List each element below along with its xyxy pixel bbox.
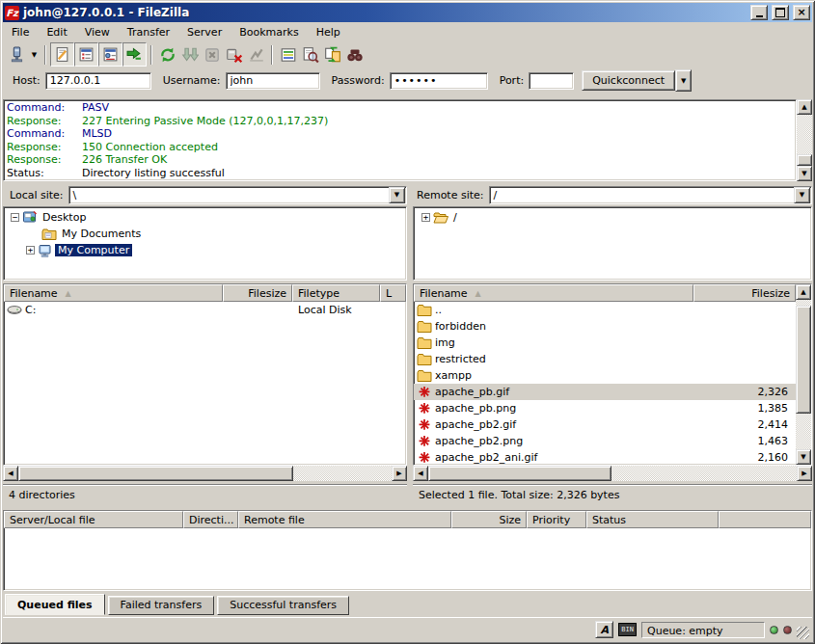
ascii-transfer-type-icon[interactable]: A (595, 621, 613, 638)
column-header-filetype[interactable]: Filetype (292, 284, 380, 302)
resize-grip[interactable] (797, 627, 809, 639)
remote-list-hscrollbar[interactable]: ◀ ▶ (413, 466, 812, 481)
menu-file[interactable]: File (3, 24, 38, 40)
menu-help[interactable]: Help (308, 24, 349, 40)
column-header-filesize[interactable]: Filesize (693, 284, 796, 302)
minimize-button[interactable] (750, 5, 768, 20)
sort-ascending-icon: ▲ (475, 289, 481, 298)
find-files-button[interactable] (343, 43, 366, 66)
column-header-server-local-file[interactable]: Server/Local file (4, 511, 183, 528)
collapse-icon[interactable]: − (11, 213, 19, 222)
file-row[interactable]: img (414, 335, 796, 351)
tab-successful-transfers[interactable]: Successful transfers (217, 596, 349, 615)
toggle-local-tree-button[interactable] (74, 42, 98, 67)
column-header-filename[interactable]: Filename▲ (414, 284, 693, 302)
remote-list-scrollbar[interactable]: ▲ ▼ (796, 284, 811, 465)
scroll-thumb[interactable] (18, 466, 293, 481)
local-site-row: Local site: \ ▼ (3, 185, 407, 204)
expand-icon[interactable]: + (26, 246, 35, 255)
port-label: Port: (500, 74, 525, 87)
column-header-priority[interactable]: Priority (527, 511, 586, 528)
column-header-last-modified[interactable]: L (380, 284, 406, 302)
port-input[interactable] (529, 72, 574, 90)
synchronized-browsing-button[interactable] (321, 43, 343, 66)
documents-folder-icon (41, 227, 57, 242)
password-input[interactable] (390, 72, 488, 90)
scroll-up-icon[interactable]: ▲ (796, 284, 811, 300)
local-site-label: Local site: (10, 189, 64, 201)
menu-server[interactable]: Server (178, 24, 231, 40)
message-log: Command:PASV Response:227 Entering Passi… (3, 99, 797, 181)
file-row[interactable]: xampp (414, 367, 796, 384)
scroll-down-icon[interactable]: ▼ (797, 166, 812, 181)
column-header-direction[interactable]: Directi... (183, 511, 238, 528)
scroll-left-icon[interactable]: ◀ (413, 466, 428, 481)
scroll-thumb[interactable] (797, 154, 812, 166)
file-row[interactable]: apache_pb2_ani.gif2,160 (414, 449, 796, 466)
scroll-right-icon[interactable]: ▶ (392, 466, 407, 481)
binary-transfer-type-icon[interactable]: BIN (618, 623, 637, 636)
column-header-status[interactable]: Status (586, 511, 719, 528)
tree-item-desktop[interactable]: − Desktop (4, 209, 406, 226)
reconnect-button[interactable] (245, 43, 267, 66)
file-row[interactable]: apache_pb.png1,385 (414, 400, 796, 416)
refresh-button[interactable] (156, 43, 178, 66)
remote-site-row: Remote site: / ▼ (413, 185, 812, 204)
host-input[interactable] (45, 72, 151, 90)
log-scrollbar[interactable]: ▲ ▼ (797, 99, 812, 181)
filetype-cell: Local Disk (292, 304, 380, 316)
directory-comparison-button[interactable] (299, 43, 321, 66)
tree-item-my-documents[interactable]: My Documents (4, 226, 406, 242)
tree-item-root[interactable]: + / (414, 209, 811, 226)
file-row[interactable]: forbidden (414, 318, 796, 335)
file-row-local-disk[interactable]: C: Local Disk (4, 302, 406, 318)
column-header-filesize[interactable]: Filesize (223, 284, 292, 302)
site-manager-icon (9, 46, 25, 63)
file-row[interactable]: apache_pb2.png1,463 (414, 433, 796, 449)
toggle-transfer-queue-button[interactable] (122, 42, 147, 67)
local-site-combobox[interactable]: \ ▼ (68, 186, 407, 204)
chevron-down-icon[interactable]: ▼ (389, 187, 405, 203)
column-header-remote-file[interactable]: Remote file (238, 511, 451, 528)
column-header-filename[interactable]: Filename▲ (4, 284, 223, 302)
tab-failed-transfers[interactable]: Failed transfers (108, 596, 215, 615)
selected-tree-item-label: My Computer (55, 244, 132, 256)
remote-site-combobox[interactable]: / ▼ (489, 186, 812, 204)
menu-view[interactable]: View (76, 24, 119, 40)
file-row[interactable]: .. (414, 302, 796, 318)
scroll-thumb[interactable] (428, 466, 611, 481)
remote-site-label: Remote site: (417, 189, 484, 201)
disconnect-button[interactable] (223, 43, 245, 66)
file-row[interactable]: apache_pb2.gif2,414 (414, 416, 796, 433)
activity-led-green-icon (770, 626, 778, 634)
expand-icon[interactable]: + (421, 213, 430, 222)
maximize-button[interactable] (772, 5, 789, 20)
toggle-message-log-button[interactable] (50, 42, 74, 67)
cancel-operation-button[interactable] (201, 43, 223, 66)
column-header-size[interactable]: Size (451, 511, 527, 528)
site-manager-button[interactable] (6, 43, 28, 66)
toggle-remote-tree-button[interactable] (98, 42, 122, 67)
menu-transfer[interactable]: Transfer (119, 24, 178, 40)
quickconnect-dropdown[interactable]: ▼ (675, 69, 692, 92)
chevron-down-icon[interactable]: ▼ (794, 187, 810, 203)
quickconnect-button[interactable]: Quickconnect (582, 70, 675, 91)
file-row-selected[interactable]: apache_pb.gif2,326 (414, 384, 796, 400)
directory-filters-button[interactable] (277, 43, 299, 66)
scroll-thumb[interactable] (796, 306, 811, 414)
menu-edit[interactable]: Edit (38, 24, 75, 40)
scroll-down-icon[interactable]: ▼ (796, 449, 811, 465)
tab-queued-files[interactable]: Queued files (5, 594, 105, 615)
scroll-right-icon[interactable]: ▶ (797, 466, 812, 481)
scroll-left-icon[interactable]: ◀ (3, 466, 18, 481)
menu-bookmarks[interactable]: Bookmarks (231, 24, 307, 40)
local-list-hscrollbar[interactable]: ◀ ▶ (3, 466, 407, 481)
file-row[interactable]: restricted (414, 351, 796, 367)
tree-item-my-computer[interactable]: + My Computer (4, 242, 406, 258)
close-button[interactable]: × (793, 5, 810, 20)
username-input[interactable] (226, 72, 320, 90)
local-directory-tree: − Desktop My Documents + (3, 206, 407, 281)
site-manager-dropdown[interactable]: ▼ (28, 44, 41, 65)
scroll-up-icon[interactable]: ▲ (797, 99, 812, 115)
process-queue-button[interactable] (178, 43, 201, 66)
